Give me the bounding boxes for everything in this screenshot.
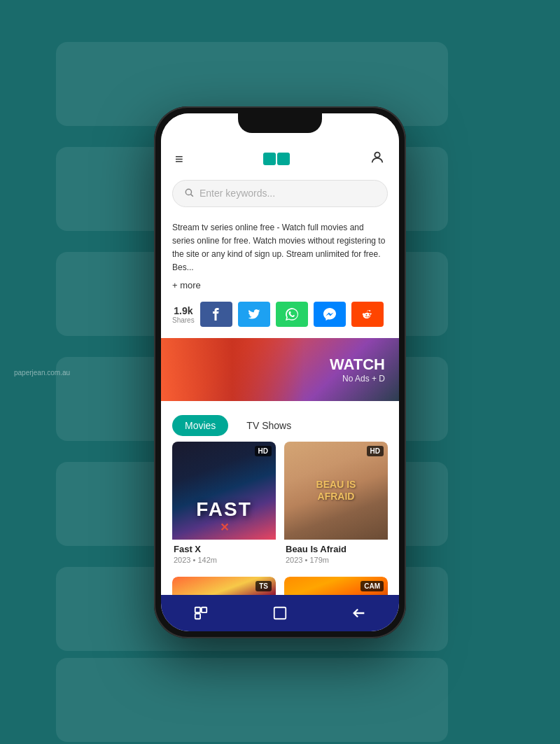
menu-icon[interactable]: ≡ <box>175 151 183 167</box>
phone-frame: ≡ <box>154 106 406 638</box>
top-nav: ≡ <box>161 144 399 174</box>
search-placeholder[interactable]: Enter keywords... <box>200 188 376 199</box>
description-text: Stream tv series online free - Watch ful… <box>161 213 399 275</box>
logo-square-1 <box>263 153 276 165</box>
messenger-share-button[interactable] <box>314 302 346 327</box>
whatsapp-share-button[interactable] <box>276 302 308 327</box>
app-logo <box>263 153 290 165</box>
banner-image: WATCH No Ads + D <box>161 338 399 401</box>
watermark: paperjean.com.au <box>14 368 70 376</box>
bottom-nav <box>161 595 399 631</box>
movie-thumb-ts: TS <box>172 577 276 594</box>
shares-number: 1.9k <box>174 305 192 316</box>
movie-title-beau: Beau Is Afraid <box>286 544 386 554</box>
quality-badge-ts: TS <box>255 581 272 591</box>
screen-content[interactable]: Enter keywords... Stream tv series onlin… <box>161 174 399 595</box>
facebook-share-button[interactable] <box>200 302 232 327</box>
movie-info-fastx: Fast X 2023 • 142m <box>172 540 276 568</box>
search-icon <box>184 188 194 199</box>
movie-info-beau: Beau Is Afraid 2023 • 179m <box>284 540 388 568</box>
movie-card-ts[interactable]: TS <box>172 577 276 594</box>
search-bar[interactable]: Enter keywords... <box>172 180 388 207</box>
banner-figure <box>161 338 304 401</box>
svg-point-1 <box>186 189 191 195</box>
shares-count: 1.9k Shares <box>172 305 195 324</box>
movie-title-fastx: Fast X <box>174 544 274 554</box>
more-button[interactable]: + more <box>161 274 399 296</box>
movie-grid: HD FAST ✕ Fast X 2023 • 142m <box>161 442 399 594</box>
tab-movies[interactable]: Movies <box>172 415 228 436</box>
phone-screen: ≡ <box>161 113 399 631</box>
svg-rect-4 <box>195 607 200 612</box>
svg-rect-7 <box>274 607 286 619</box>
movie-thumb-beau: HD BEAU ISAFRAID <box>284 442 388 540</box>
phone-mockup: ≡ <box>154 106 406 638</box>
shares-label: Shares <box>172 316 195 324</box>
nav-home[interactable] <box>266 599 294 627</box>
movie-card-beau[interactable]: HD BEAU ISAFRAID Beau Is Afraid 2023 • 1… <box>284 442 388 568</box>
quality-badge-fastx: HD <box>255 446 272 456</box>
svg-rect-5 <box>202 607 206 612</box>
svg-point-0 <box>374 152 379 157</box>
svg-rect-6 <box>195 613 200 618</box>
tab-tvshows[interactable]: TV Shows <box>234 415 304 436</box>
profile-icon[interactable] <box>370 150 385 169</box>
quality-badge-beau: HD <box>367 446 384 456</box>
nav-back[interactable] <box>345 599 373 627</box>
movie-card-cam[interactable]: CAM <box>284 577 388 594</box>
logo-square-2 <box>277 153 290 165</box>
svg-line-2 <box>191 194 193 196</box>
banner-ad[interactable]: WATCH No Ads + D <box>161 338 399 401</box>
quality-badge-cam: CAM <box>360 581 384 591</box>
notch <box>238 113 322 133</box>
movie-meta-fastx: 2023 • 142m <box>174 556 274 564</box>
movie-card-fastx[interactable]: HD FAST ✕ Fast X 2023 • 142m <box>172 442 276 568</box>
movie-thumb-cam: CAM <box>284 577 388 594</box>
movie-meta-beau: 2023 • 179m <box>286 556 386 564</box>
nav-recent-apps[interactable] <box>187 599 215 627</box>
beau-text: BEAU ISAFRAID <box>308 470 365 511</box>
banner-subtitle: No Ads + D <box>330 374 385 384</box>
banner-title: WATCH <box>330 356 385 374</box>
twitter-share-button[interactable] <box>238 302 270 327</box>
content-tabs: Movies TV Shows <box>161 407 399 442</box>
movie-thumb-fastx: HD FAST ✕ <box>172 442 276 540</box>
social-row: 1.9k Shares <box>161 296 399 332</box>
reddit-share-button[interactable] <box>351 302 384 327</box>
